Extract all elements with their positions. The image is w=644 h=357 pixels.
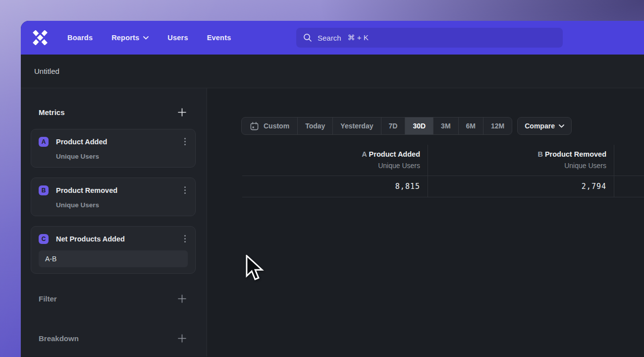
column-header-overflow [614, 145, 644, 176]
nav-item-users[interactable]: Users [167, 34, 188, 42]
metric-card-c[interactable]: C Net Products Added A-B [31, 226, 196, 274]
report-title-bar: Untitled [21, 55, 644, 88]
date-range-yesterday[interactable]: Yesterday [332, 118, 380, 134]
nav-links: Boards Reports Users Events [67, 34, 231, 42]
metric-menu-button[interactable] [182, 136, 188, 147]
mouse-arrow-cursor-icon [245, 255, 264, 283]
metric-menu-button[interactable] [182, 184, 188, 196]
report-title[interactable]: Untitled [34, 67, 59, 75]
metric-name: Product Added [56, 138, 182, 146]
three-dots-vertical-icon [184, 235, 186, 237]
metric-aggregation[interactable]: Unique Users [56, 153, 188, 160]
add-filter-button[interactable] [177, 294, 187, 303]
metric-value-a: 8,815 [395, 182, 420, 191]
nav-item-events[interactable]: Events [207, 34, 231, 42]
query-sidebar: Metrics A Product Added Unique Users [21, 88, 207, 357]
add-breakdown-button[interactable] [177, 333, 187, 343]
chevron-down-icon [559, 124, 564, 128]
breakdown-section: Breakdown [21, 332, 207, 344]
metric-letter-badge: A [39, 137, 49, 147]
add-metric-button[interactable] [177, 107, 187, 117]
metrics-header-label: Metrics [39, 108, 65, 117]
nav-item-boards[interactable]: Boards [67, 34, 93, 42]
search-icon [303, 33, 312, 42]
plus-icon [178, 295, 186, 303]
table-cell: 8,815 [242, 176, 428, 197]
search-placeholder: Search [318, 34, 341, 42]
app-window: Boards Reports Users Events Search [21, 21, 644, 357]
desktop-background: Boards Reports Users Events Search [0, 0, 644, 357]
table-cell: 2,794 [428, 176, 614, 197]
column-header-product-removed[interactable]: BProduct Removed Unique Users [428, 145, 614, 176]
results-table: AProduct Added Unique Users BProduct Rem… [242, 145, 644, 197]
filter-section: Filter [21, 293, 207, 304]
date-range-custom[interactable]: Custom [242, 118, 297, 134]
metric-value-b: 2,794 [582, 182, 606, 191]
metric-aggregation[interactable]: Unique Users [56, 201, 188, 209]
column-letter: A [362, 150, 367, 158]
column-letter: B [537, 150, 542, 158]
three-dots-vertical-icon [184, 186, 186, 188]
date-range-7d[interactable]: 7D [381, 118, 405, 134]
metric-name: Product Removed [56, 186, 182, 194]
breakdown-label: Breakdown [39, 334, 79, 343]
metric-menu-button[interactable] [182, 233, 188, 244]
date-range-30d[interactable]: 30D [405, 118, 433, 134]
column-subtitle: Unique Users [242, 162, 420, 170]
metric-card-b[interactable]: B Product Removed Unique Users [31, 178, 196, 216]
compare-button[interactable]: Compare [517, 117, 572, 135]
content-area: Metrics A Product Added Unique Users [21, 88, 644, 357]
table-value-row: 8,815 2,794 [242, 176, 644, 197]
metric-card-a[interactable]: A Product Added Unique Users [31, 129, 196, 168]
mixpanel-logo-icon[interactable] [32, 30, 49, 45]
search-input[interactable]: Search ⌘ + K [296, 28, 563, 48]
metric-letter-badge: C [39, 234, 49, 244]
metrics-header: Metrics [21, 106, 207, 118]
chevron-down-icon [143, 36, 149, 40]
date-range-3m[interactable]: 3M [433, 118, 458, 134]
column-header-product-added[interactable]: AProduct Added Unique Users [242, 145, 428, 176]
date-range-today[interactable]: Today [297, 118, 332, 134]
nav-item-label: Reports [111, 34, 139, 42]
metric-letter-badge: B [39, 185, 49, 195]
date-range-12m[interactable]: 12M [483, 118, 512, 134]
filter-label: Filter [39, 295, 57, 303]
date-range-segmented-control: Custom Today Yesterday 7D 30D 3M 6M 12M [241, 117, 512, 135]
report-canvas: Custom Today Yesterday 7D 30D 3M 6M 12M … [207, 88, 644, 357]
nav-item-label: Boards [67, 34, 93, 42]
date-range-6m[interactable]: 6M [458, 118, 483, 134]
nav-item-reports[interactable]: Reports [111, 34, 149, 42]
top-nav: Boards Reports Users Events Search [21, 21, 644, 55]
table-cell-overflow [614, 176, 644, 197]
table-header-row: AProduct Added Unique Users BProduct Rem… [242, 145, 644, 176]
nav-item-label: Users [167, 34, 188, 42]
plus-icon [178, 334, 186, 343]
plus-icon [178, 108, 186, 117]
formula-input[interactable]: A-B [39, 250, 188, 267]
column-subtitle: Unique Users [428, 162, 606, 170]
metric-name: Net Products Added [56, 235, 182, 243]
calendar-icon [250, 121, 259, 131]
column-title: Product Removed [545, 150, 606, 158]
date-range-toolbar: Custom Today Yesterday 7D 30D 3M 6M 12M … [241, 117, 572, 135]
three-dots-vertical-icon [184, 138, 186, 139]
column-title: Product Added [369, 150, 420, 158]
search-shortcut: ⌘ + K [348, 33, 369, 42]
nav-item-label: Events [207, 34, 231, 42]
